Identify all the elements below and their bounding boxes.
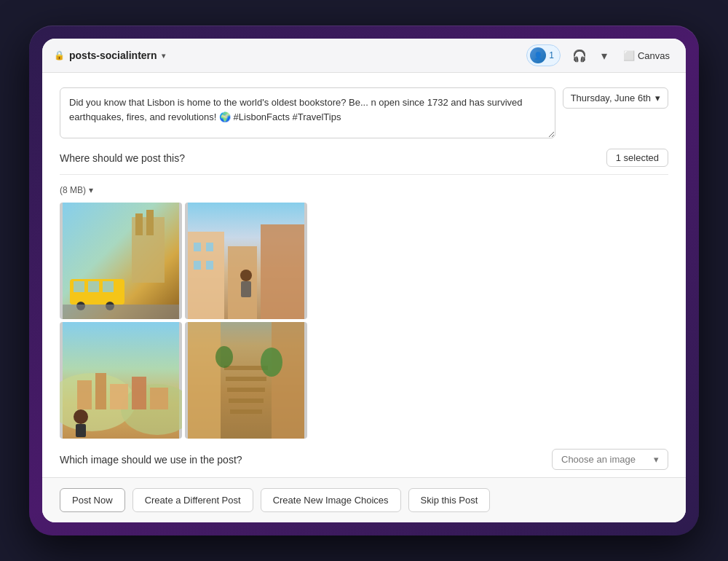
choose-image-chevron-icon: ▾ xyxy=(654,454,659,465)
device-screen: 🔒 posts-socialintern ▾ 👤 1 🎧 ▾ ⬜ Canvas xyxy=(42,39,686,522)
svg-rect-20 xyxy=(241,281,251,297)
image-grid xyxy=(60,203,307,439)
skip-post-button[interactable]: Skip this Post xyxy=(408,488,491,512)
selected-badge-button[interactable]: 1 selected xyxy=(606,149,668,167)
window-controls: 👤 1 🎧 ▾ ⬜ Canvas xyxy=(526,44,674,66)
svg-rect-27 xyxy=(132,377,146,409)
date-label: Thursday, June 6th xyxy=(571,93,651,103)
image-section: (8 MB) ▾ xyxy=(60,185,668,439)
svg-rect-17 xyxy=(194,261,201,270)
destination-label: Where should we post this? xyxy=(60,152,185,164)
choose-image-select[interactable]: Choose an image ▾ xyxy=(552,449,668,470)
post-text-row: Did you know that Lisbon is home to the … xyxy=(60,87,668,138)
svg-rect-38 xyxy=(229,399,264,403)
post-now-label: Post Now xyxy=(72,495,113,506)
svg-rect-39 xyxy=(230,409,262,414)
svg-rect-25 xyxy=(95,373,106,409)
footer-actions: Post Now Create a Different Post Create … xyxy=(42,477,686,522)
svg-rect-16 xyxy=(206,243,213,251)
svg-rect-30 xyxy=(76,424,86,437)
title-chevron-icon: ▾ xyxy=(162,52,165,60)
image-cell-street[interactable] xyxy=(185,203,307,319)
create-different-label: Create a Different Post xyxy=(145,495,241,506)
create-different-post-button[interactable]: Create a Different Post xyxy=(132,488,253,512)
svg-rect-18 xyxy=(206,261,213,270)
image-size-text: (8 MB) xyxy=(60,185,86,195)
size-chevron-icon: ▾ xyxy=(89,185,93,195)
user-badge[interactable]: 👤 1 xyxy=(526,44,561,66)
svg-point-41 xyxy=(215,346,233,368)
svg-rect-33 xyxy=(272,322,304,439)
svg-point-19 xyxy=(240,270,252,281)
avatar: 👤 xyxy=(530,47,546,63)
image-cell-alley[interactable] xyxy=(185,322,307,439)
window-chrome: 🔒 posts-socialintern ▾ 👤 1 🎧 ▾ ⬜ Canvas xyxy=(42,39,686,73)
svg-rect-28 xyxy=(150,388,168,409)
image-cell-city[interactable] xyxy=(60,322,182,439)
svg-rect-14 xyxy=(261,224,304,319)
create-new-image-choices-button[interactable]: Create New Image Choices xyxy=(261,488,401,512)
canvas-icon: ⬜ xyxy=(623,50,635,61)
svg-rect-32 xyxy=(188,322,221,439)
svg-point-40 xyxy=(261,348,282,377)
create-new-image-label: Create New Image Choices xyxy=(273,495,389,506)
dropdown-icon-button[interactable]: ▾ xyxy=(598,47,610,64)
svg-point-29 xyxy=(74,409,88,424)
image-cell-tram[interactable] xyxy=(60,203,182,319)
svg-rect-7 xyxy=(103,281,114,292)
device-frame: 🔒 posts-socialintern ▾ 👤 1 🎧 ▾ ⬜ Canvas xyxy=(29,26,699,536)
choose-image-label: Which image should we use in the post? xyxy=(60,454,242,466)
svg-rect-2 xyxy=(135,213,143,235)
svg-rect-15 xyxy=(194,243,201,251)
svg-rect-6 xyxy=(88,281,99,292)
date-dropdown[interactable]: Thursday, June 6th ▾ xyxy=(563,87,668,109)
window-title: 🔒 posts-socialintern ▾ xyxy=(54,50,165,61)
svg-rect-5 xyxy=(74,281,84,292)
svg-rect-3 xyxy=(146,210,154,235)
post-now-button[interactable]: Post Now xyxy=(60,488,125,512)
canvas-label: Canvas xyxy=(638,50,670,61)
window-title-text: posts-socialintern xyxy=(69,50,157,61)
headphone-icon-button[interactable]: 🎧 xyxy=(569,47,590,64)
svg-rect-36 xyxy=(226,377,266,381)
choose-image-placeholder: Choose an image xyxy=(561,454,636,465)
choose-image-row: Which image should we use in the post? C… xyxy=(60,449,668,470)
lock-icon: 🔒 xyxy=(54,50,65,60)
date-chevron-icon: ▾ xyxy=(655,93,660,103)
canvas-button[interactable]: ⬜ Canvas xyxy=(619,49,674,63)
post-textarea[interactable]: Did you know that Lisbon is home to the … xyxy=(60,87,555,138)
user-count: 1 xyxy=(549,50,554,60)
selected-label: 1 selected xyxy=(616,152,659,163)
post-destination-row: Where should we post this? 1 selected xyxy=(60,149,668,175)
skip-label: Skip this Post xyxy=(421,495,478,506)
svg-rect-26 xyxy=(110,384,128,409)
svg-rect-10 xyxy=(63,305,179,319)
svg-rect-37 xyxy=(227,388,265,392)
svg-rect-24 xyxy=(77,380,92,409)
main-content: Did you know that Lisbon is home to the … xyxy=(42,73,686,477)
image-size-badge: (8 MB) ▾ xyxy=(60,185,668,195)
